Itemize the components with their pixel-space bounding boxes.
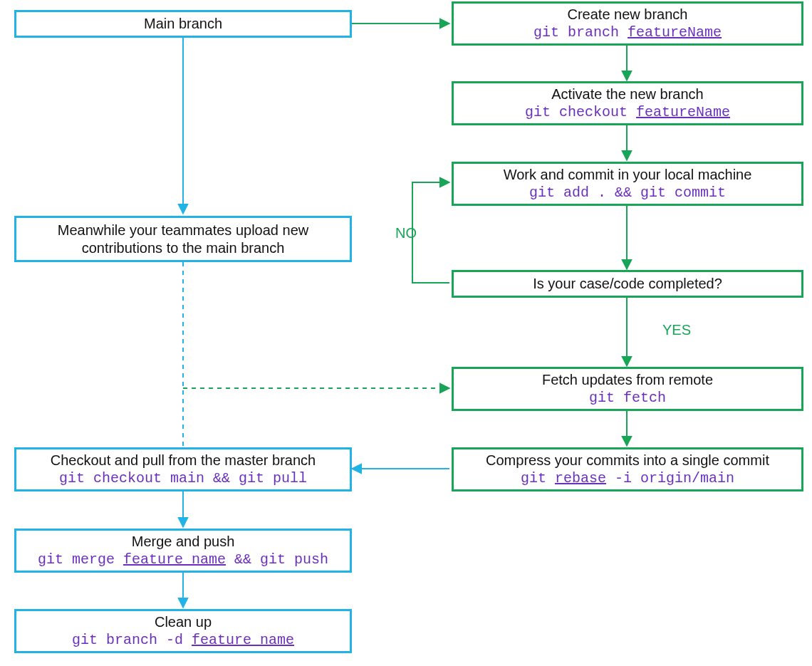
node-merge-push-cmd: git merge feature_name && git push [38, 551, 328, 568]
node-compress: Compress your commits into a single comm… [452, 447, 803, 491]
node-main-branch-title: Main branch [144, 15, 222, 33]
node-checkout-pull: Checkout and pull from the master branch… [14, 447, 352, 491]
node-activate-branch: Activate the new branch git checkout fea… [452, 81, 803, 125]
node-compress-cmd: git rebase -i origin/main [521, 469, 734, 487]
node-activate-branch-cmd: git checkout featureName [525, 103, 730, 121]
node-checkout-pull-title: Checkout and pull from the master branch [51, 452, 316, 469]
node-work-commit: Work and commit in your local machine gi… [452, 162, 803, 206]
node-meanwhile-line2: contributions to the main branch [82, 239, 285, 257]
node-cleanup-title: Clean up [155, 613, 212, 631]
node-fetch-title: Fetch updates from remote [542, 371, 713, 389]
flowchart: Main branch Meanwhile your teammates upl… [0, 0, 812, 666]
label-no: NO [395, 225, 417, 241]
node-checkout-pull-cmd: git checkout main && git pull [59, 469, 307, 487]
node-create-branch: Create new branch git branch featureName [452, 1, 803, 46]
node-work-commit-cmd: git add . && git commit [529, 184, 726, 202]
node-fetch: Fetch updates from remote git fetch [452, 367, 803, 411]
node-cleanup: Clean up git branch -d feature_name [14, 609, 352, 653]
node-compress-title: Compress your commits into a single comm… [486, 452, 769, 469]
node-main-branch: Main branch [14, 10, 352, 38]
node-fetch-cmd: git fetch [589, 389, 666, 407]
node-activate-branch-title: Activate the new branch [551, 85, 703, 103]
node-meanwhile: Meanwhile your teammates upload new cont… [14, 216, 352, 262]
node-merge-push: Merge and push git merge feature_name &&… [14, 529, 352, 573]
node-create-branch-cmd: git branch featureName [533, 24, 722, 41]
node-create-branch-title: Create new branch [568, 6, 688, 24]
node-cleanup-cmd: git branch -d feature_name [72, 631, 294, 649]
node-completed-title: Is your case/code completed? [533, 275, 722, 293]
node-meanwhile-line1: Meanwhile your teammates upload new [58, 222, 308, 239]
label-yes: YES [662, 322, 691, 338]
node-completed: Is your case/code completed? [452, 270, 803, 298]
node-merge-push-title: Merge and push [132, 533, 235, 551]
arrow-no-loop [412, 182, 449, 283]
node-work-commit-title: Work and commit in your local machine [504, 166, 752, 184]
